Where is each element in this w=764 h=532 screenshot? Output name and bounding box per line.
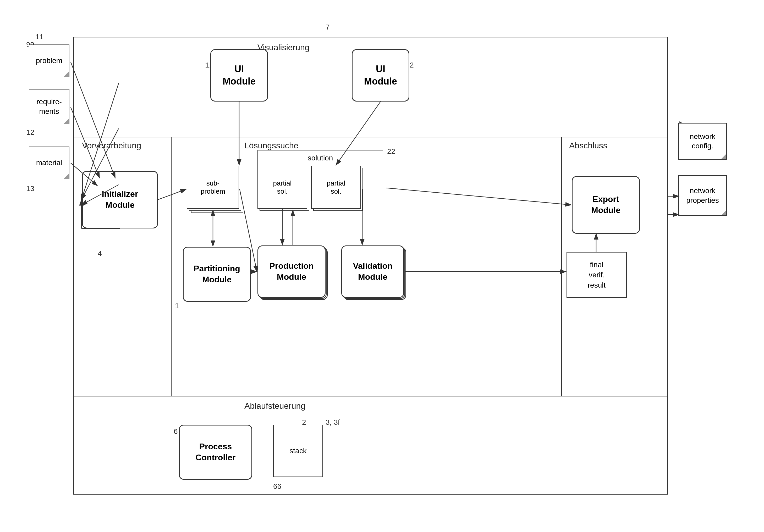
section-ablaufsteuerung: Ablaufsteuerung	[244, 401, 305, 411]
number-2: 2	[302, 418, 306, 427]
ui-module-1: UIModule	[210, 49, 268, 101]
network-properties-doc: networkproperties	[678, 175, 727, 216]
export-module: ExportModule	[572, 176, 640, 234]
number-3: 3, 3f	[325, 418, 340, 427]
number-99: 11	[35, 33, 44, 41]
partitioning-module: PartitioningModule	[183, 247, 251, 302]
number-22: 22	[387, 147, 395, 156]
requirements-doc: require- ments	[29, 89, 70, 124]
ui-module-2: UIModule	[352, 49, 409, 101]
section-line-bottom	[74, 396, 667, 396]
stack-box: stack	[273, 425, 323, 477]
number-6: 6	[174, 427, 178, 436]
svg-line-5	[158, 189, 186, 200]
section-vorverarbeitung: Vorverarbeitung	[82, 141, 141, 151]
main-box: Vorverarbeitung Lösungssuche Abschluss A…	[73, 37, 668, 494]
section-loesungssuche: Lösungssuche	[244, 141, 298, 151]
process-controller: ProcessController	[179, 425, 252, 480]
number-13: 13	[26, 185, 34, 193]
number-1: 1	[175, 302, 179, 310]
section-abschluss: Abschluss	[569, 141, 607, 151]
diagram-container: 99 11 problem require- ments 12 material…	[26, 16, 720, 513]
number-4: 4	[98, 249, 102, 258]
initializer-module: InitializerModule	[82, 171, 158, 228]
vert-line-right	[561, 137, 562, 396]
problem-doc: problem	[29, 45, 70, 77]
solution-label-box: solution	[258, 150, 383, 166]
network-config-doc: networkconfig.	[678, 123, 727, 160]
svg-line-13	[386, 188, 571, 205]
number-66: 66	[273, 482, 281, 491]
final-verif-box: finalverif.result	[567, 252, 627, 298]
material-doc: material	[29, 147, 70, 179]
number-7: 7	[325, 23, 330, 31]
section-line-top	[74, 137, 667, 137]
vert-line-left	[171, 137, 172, 396]
number-12: 12	[26, 128, 34, 137]
